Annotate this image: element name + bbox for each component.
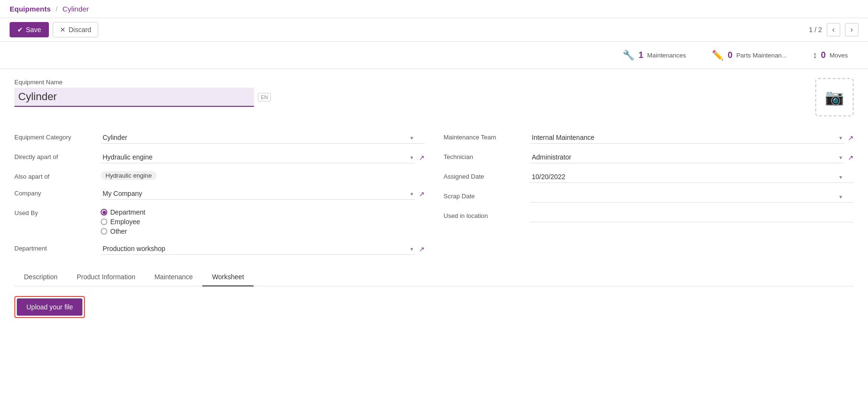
scrap-date-row: Scrap Date ▾: [444, 187, 854, 206]
maintenance-team-input[interactable]: [530, 132, 845, 144]
company-dropdown-arrow: ▾: [410, 191, 413, 197]
used-in-location-value: [530, 210, 854, 222]
moves-count: 0: [821, 50, 826, 60]
tab-description[interactable]: Description: [14, 268, 67, 286]
employee-label: Employee: [110, 218, 140, 226]
maintenance-team-label: Maintenance Team: [444, 132, 530, 141]
upload-file-button[interactable]: Upload your file: [17, 298, 82, 316]
equipment-category-value: ▾: [101, 132, 425, 144]
also-apart-of-value: Hydraulic engine: [101, 171, 425, 180]
technician-label: Technician: [444, 151, 530, 160]
company-row: Company ▾ ↗: [14, 184, 425, 204]
discard-label: Discard: [69, 26, 91, 34]
record-position: 1 / 2: [809, 26, 822, 34]
equipment-name-label: Equipment Name: [14, 79, 854, 86]
smart-buttons-bar: 🔧 1 Maintenances ✏️ 0 Parts Maintenan...…: [0, 42, 868, 69]
company-input[interactable]: [101, 188, 415, 200]
technician-input[interactable]: [530, 151, 845, 163]
also-apart-of-row: Also apart of Hydraulic engine: [14, 167, 425, 184]
wrench-icon: 🔧: [623, 49, 635, 61]
maintenances-count: 1: [638, 50, 643, 60]
company-label: Company: [14, 188, 101, 197]
category-dropdown-arrow: ▾: [410, 135, 413, 141]
maintenance-team-external-link-icon[interactable]: ↗: [848, 134, 854, 142]
used-by-label: Used By: [14, 207, 101, 216]
arrows-icon: ↕: [813, 50, 817, 60]
directly-apart-of-label: Directly apart of: [14, 151, 101, 160]
directly-apart-of-value: ▾ ↗: [101, 151, 425, 163]
upload-file-label: Upload your file: [26, 303, 73, 311]
prev-record-button[interactable]: ‹: [827, 23, 840, 36]
photo-upload-placeholder[interactable]: 📷: [815, 78, 854, 116]
toolbar: ✔ Save ✕ Discard 1 / 2 ‹ ›: [0, 18, 868, 42]
discard-button[interactable]: ✕ Discard: [53, 22, 98, 37]
department-external-link-icon[interactable]: ↗: [419, 245, 425, 253]
scrap-date-value: ▾: [530, 191, 854, 203]
checkmark-icon: ✔: [17, 26, 23, 34]
maintenances-label: Maintenances: [647, 52, 686, 59]
assigned-date-label: Assigned Date: [444, 171, 530, 180]
equipment-category-label: Equipment Category: [14, 132, 101, 141]
used-in-location-row: Used in location: [444, 206, 854, 226]
technician-dropdown-arrow: ▾: [839, 154, 842, 161]
pencil-icon: ✏️: [712, 49, 724, 61]
department-input[interactable]: [101, 243, 415, 255]
department-dropdown-arrow: ▾: [410, 246, 413, 252]
maintenance-team-dropdown-arrow: ▾: [839, 135, 842, 141]
breadcrumb-separator: /: [56, 5, 58, 13]
department-radio-filled: [101, 209, 107, 216]
equipment-name-input-wrapper: EN: [14, 88, 854, 107]
tab-maintenance[interactable]: Maintenance: [145, 268, 202, 286]
equipment-category-input[interactable]: [101, 132, 425, 144]
save-label: Save: [26, 26, 41, 34]
breadcrumb-current: Cylinder: [62, 5, 89, 13]
breadcrumb-parent[interactable]: Equipments: [10, 5, 51, 13]
next-record-button[interactable]: ›: [845, 23, 858, 36]
parts-maintenance-smart-button[interactable]: ✏️ 0 Parts Maintenan...: [706, 46, 793, 64]
other-label: Other: [110, 228, 127, 235]
x-icon: ✕: [60, 26, 66, 34]
moves-label: Moves: [830, 52, 848, 59]
used-by-department-option[interactable]: Department: [101, 208, 145, 216]
worksheet-tab-content: Upload your file: [14, 286, 854, 328]
tab-worksheet[interactable]: Worksheet: [202, 268, 254, 286]
used-in-location-label: Used in location: [444, 210, 530, 219]
directly-apart-of-row: Directly apart of ▾ ↗: [14, 148, 425, 167]
toolbar-left: ✔ Save ✕ Discard: [10, 22, 98, 37]
other-radio-empty: [101, 228, 107, 235]
form-left-column: Equipment Category ▾ Directly apart of ▾…: [14, 128, 425, 259]
technician-value: ▾ ↗: [530, 151, 854, 163]
scrap-date-dropdown-arrow: ▾: [839, 194, 842, 200]
also-apart-of-label: Also apart of: [14, 171, 101, 180]
camera-icon: 📷: [825, 88, 844, 106]
also-apart-of-tag[interactable]: Hydraulic engine: [101, 171, 157, 180]
company-external-link-icon[interactable]: ↗: [419, 190, 425, 198]
used-in-location-input[interactable]: [530, 210, 854, 222]
maintenances-smart-button[interactable]: 🔧 1 Maintenances: [617, 46, 692, 64]
main-content: Equipment Name EN 📷 Equipment Category ▾…: [0, 69, 868, 337]
assigned-date-input[interactable]: [530, 171, 854, 183]
equipment-name-input[interactable]: [14, 88, 254, 107]
tabs-bar: Description Product Information Maintena…: [14, 268, 854, 286]
moves-smart-button[interactable]: ↕ 0 Moves: [807, 47, 854, 63]
equipment-category-row: Equipment Category ▾: [14, 128, 425, 148]
company-value: ▾ ↗: [101, 188, 425, 200]
directly-apart-external-link-icon[interactable]: ↗: [419, 154, 425, 161]
form-grid: Equipment Category ▾ Directly apart of ▾…: [14, 128, 854, 259]
used-by-radio-group: Department Employee Other: [101, 207, 145, 235]
technician-row: Technician ▾ ↗: [444, 148, 854, 167]
used-by-other-option[interactable]: Other: [101, 228, 145, 235]
language-badge[interactable]: EN: [258, 93, 271, 102]
save-button[interactable]: ✔ Save: [10, 22, 49, 37]
used-by-employee-option[interactable]: Employee: [101, 218, 145, 226]
directly-apart-of-input[interactable]: [101, 151, 415, 163]
assigned-date-dropdown-arrow: ▾: [839, 174, 842, 181]
scrap-date-input[interactable]: [530, 191, 854, 203]
tab-product-information[interactable]: Product Information: [67, 268, 145, 286]
department-label: Department: [14, 243, 101, 252]
maintenance-team-value: ▾ ↗: [530, 132, 854, 144]
scrap-date-label: Scrap Date: [444, 191, 530, 200]
technician-external-link-icon[interactable]: ↗: [848, 154, 854, 161]
employee-radio-empty: [101, 218, 107, 225]
used-by-row: Used By Department Employee: [14, 204, 425, 239]
